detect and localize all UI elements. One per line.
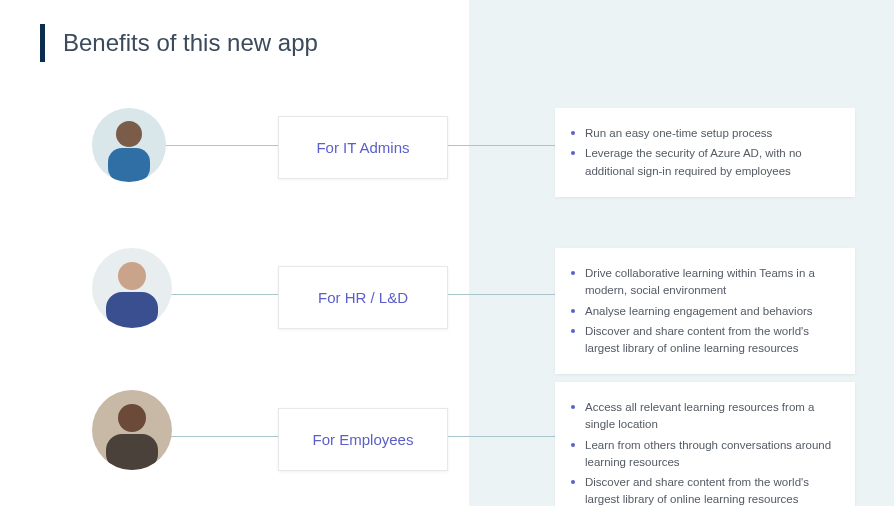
- avatar-employee: [92, 390, 172, 470]
- benefit-item: Run an easy one-time setup process: [569, 125, 837, 142]
- benefit-item: Discover and share content from the worl…: [569, 474, 837, 506]
- role-label: For Employees: [313, 431, 414, 448]
- benefit-item: Leverage the security of Azure AD, with …: [569, 145, 837, 180]
- page-title: Benefits of this new app: [63, 29, 318, 57]
- connector-line: [445, 436, 565, 437]
- connector-line: [160, 145, 280, 146]
- detail-card-employees: Access all relevant learning resources f…: [555, 382, 855, 506]
- detail-card-it-admins: Run an easy one-time setup process Lever…: [555, 108, 855, 197]
- svg-point-1: [116, 121, 142, 147]
- avatar-it-admin: [92, 108, 166, 182]
- connector-line: [160, 436, 280, 437]
- role-card-hr-ld: For HR / L&D: [278, 266, 448, 329]
- page-title-wrap: Benefits of this new app: [40, 24, 318, 62]
- svg-rect-5: [106, 292, 158, 328]
- svg-point-4: [118, 262, 146, 290]
- avatar-hr-ld: [92, 248, 172, 328]
- connector-line: [160, 294, 280, 295]
- benefit-item: Access all relevant learning resources f…: [569, 399, 837, 434]
- role-label: For IT Admins: [316, 139, 409, 156]
- benefit-item: Discover and share content from the worl…: [569, 323, 837, 358]
- role-card-it-admins: For IT Admins: [278, 116, 448, 179]
- role-card-employees: For Employees: [278, 408, 448, 471]
- benefit-item: Learn from others through conversations …: [569, 437, 837, 472]
- benefit-item: Analyse learning engagement and behavior…: [569, 303, 837, 320]
- accent-bar: [40, 24, 45, 62]
- svg-rect-2: [108, 148, 150, 182]
- role-label: For HR / L&D: [318, 289, 408, 306]
- benefit-item: Drive collaborative learning within Team…: [569, 265, 837, 300]
- connector-line: [445, 145, 565, 146]
- detail-card-hr-ld: Drive collaborative learning within Team…: [555, 248, 855, 374]
- connector-line: [445, 294, 565, 295]
- svg-point-7: [118, 404, 146, 432]
- svg-rect-8: [106, 434, 158, 470]
